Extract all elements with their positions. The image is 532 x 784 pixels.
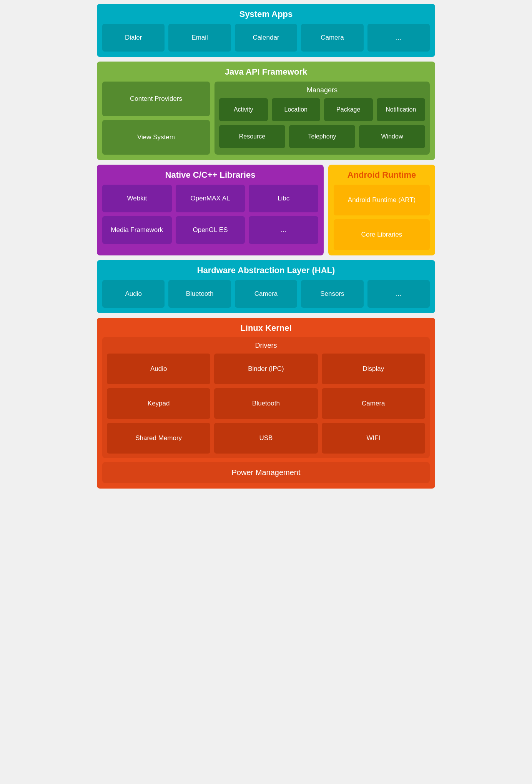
drivers-row-2: KeypadBluetoothCamera <box>107 388 425 419</box>
runtime-layer: Android Runtime Android Runtime (ART)Cor… <box>328 165 435 255</box>
drivers-title: Drivers <box>107 342 425 350</box>
hal-tile: Camera <box>235 280 297 308</box>
driver-tile: Binder (IPC) <box>214 354 318 384</box>
native-runtime-row: Native C/C++ Libraries WebkitOpenMAX ALL… <box>97 165 435 255</box>
java-api-layer: Java API Framework Content Providers Vie… <box>97 62 435 160</box>
driver-tile: Audio <box>107 354 210 384</box>
runtime-title: Android Runtime <box>334 170 430 180</box>
hal-tile: Bluetooth <box>168 280 231 308</box>
manager-tile: Location <box>272 98 321 121</box>
system-apps-layer: System Apps DialerEmailCalendarCamera... <box>97 4 435 57</box>
system-apps-tile: Dialer <box>102 24 165 52</box>
native-tile: Media Framework <box>102 216 172 244</box>
manager-tile: Package <box>324 98 373 121</box>
hal-title: Hardware Abstraction Layer (HAL) <box>102 265 430 275</box>
native-row-2: Media FrameworkOpenGL ES... <box>102 216 318 244</box>
driver-tile: Camera <box>322 388 425 419</box>
runtime-tile: Android Runtime (ART) <box>334 185 430 215</box>
managers-row-2: ResourceTelephonyWindow <box>219 125 425 148</box>
drivers-grid: AudioBinder (IPC)Display KeypadBluetooth… <box>107 354 425 454</box>
drivers-row-1: AudioBinder (IPC)Display <box>107 354 425 384</box>
hal-tile: ... <box>367 280 430 308</box>
system-apps-title: System Apps <box>102 9 430 19</box>
drivers-section: Drivers AudioBinder (IPC)Display KeypadB… <box>102 337 430 458</box>
manager-tile: Resource <box>219 125 285 148</box>
driver-tile: Keypad <box>107 388 210 419</box>
system-apps-tile: Camera <box>301 24 363 52</box>
linux-kernel-layer: Linux Kernel Drivers AudioBinder (IPC)Di… <box>97 318 435 489</box>
hal-tiles: AudioBluetoothCameraSensors... <box>102 280 430 308</box>
manager-tile: Telephony <box>289 125 355 148</box>
native-tile: ... <box>249 216 318 244</box>
manager-tile: Activity <box>219 98 268 121</box>
hal-tile: Audio <box>102 280 165 308</box>
drivers-row-3: Shared MemoryUSBWIFI <box>107 423 425 454</box>
hal-tile: Sensors <box>301 280 363 308</box>
native-tile: OpenMAX AL <box>176 185 245 212</box>
manager-tile: Window <box>359 125 425 148</box>
driver-tile: Bluetooth <box>214 388 318 419</box>
managers-container: Managers ActivityLocationPackageNotifica… <box>214 82 430 155</box>
native-tile: Libc <box>249 185 318 212</box>
power-management: Power Management <box>102 462 430 483</box>
driver-tile: Display <box>322 354 425 384</box>
system-apps-tile: Email <box>168 24 231 52</box>
native-tile: OpenGL ES <box>176 216 245 244</box>
native-tile: Webkit <box>102 185 172 212</box>
driver-tile: USB <box>214 423 318 454</box>
java-api-inner: Content Providers View System Managers A… <box>102 82 430 155</box>
native-row-1: WebkitOpenMAX ALLibc <box>102 185 318 212</box>
managers-row-1: ActivityLocationPackageNotification <box>219 98 425 121</box>
view-system-tile: View System <box>102 120 210 155</box>
java-api-left: Content Providers View System <box>102 82 210 155</box>
driver-tile: Shared Memory <box>107 423 210 454</box>
linux-kernel-title: Linux Kernel <box>102 323 430 333</box>
java-api-title: Java API Framework <box>102 67 430 77</box>
manager-tile: Notification <box>377 98 426 121</box>
native-title: Native C/C++ Libraries <box>102 170 318 180</box>
managers-title: Managers <box>219 86 425 94</box>
content-providers-tile: Content Providers <box>102 82 210 116</box>
native-layer: Native C/C++ Libraries WebkitOpenMAX ALL… <box>97 165 324 255</box>
driver-tile: WIFI <box>322 423 425 454</box>
system-apps-tiles: DialerEmailCalendarCamera... <box>102 24 430 52</box>
hal-layer: Hardware Abstraction Layer (HAL) AudioBl… <box>97 260 435 313</box>
runtime-tile: Core Libraries <box>334 219 430 250</box>
system-apps-tile: Calendar <box>235 24 297 52</box>
native-tiles: WebkitOpenMAX ALLibc Media FrameworkOpen… <box>102 185 318 244</box>
runtime-tiles: Android Runtime (ART)Core Libraries <box>334 185 430 250</box>
system-apps-tile: ... <box>367 24 430 52</box>
